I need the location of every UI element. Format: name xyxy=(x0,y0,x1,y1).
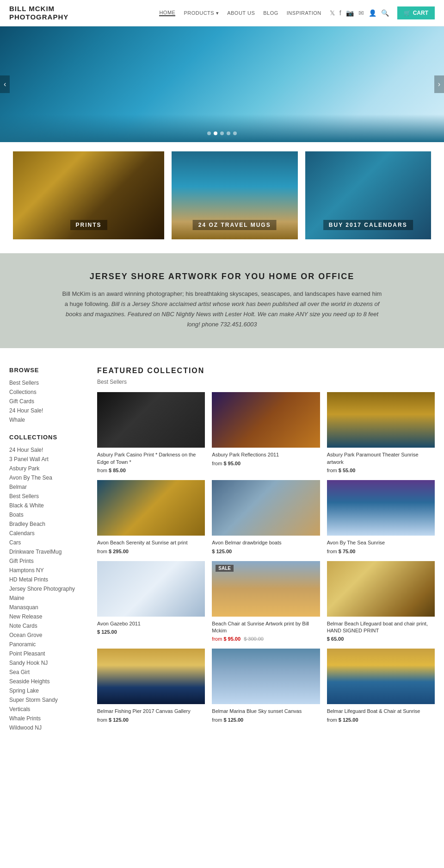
twitter-icon[interactable]: 𝕏 xyxy=(330,9,335,17)
sidebar-coll-sea-girt[interactable]: Sea Girt xyxy=(9,668,88,677)
sidebar-coll-manasquan[interactable]: Manasquan xyxy=(9,603,88,612)
nav: HOME PRODUCTS ▾ ABOUT US BLOG INSPIRATIO… xyxy=(159,6,435,19)
user-icon[interactable]: 👤 xyxy=(369,9,376,17)
product-card-9[interactable]: Belmar Fishing Pier 2017 Canvas Galleryf… xyxy=(97,649,205,722)
product-card-7[interactable]: SALEBeach Chair at Sunrise Artwork print… xyxy=(212,561,320,642)
hero-dots xyxy=(207,131,237,135)
cart-icon: 🛒 xyxy=(404,10,411,16)
promo-item-calendars[interactable]: BUY 2017 CALENDARS xyxy=(305,151,432,239)
sidebar-browse-collections[interactable]: Collections xyxy=(9,387,88,397)
sidebar-coll-bradley-beach[interactable]: Bradley Beach xyxy=(9,519,88,529)
promo-item-prints[interactable]: PRINTS xyxy=(13,151,164,239)
product-name-3: Avon Beach Serenity at Sunrise art print xyxy=(97,539,205,546)
hero-next-button[interactable]: › xyxy=(434,75,444,93)
facebook-icon[interactable]: f xyxy=(339,9,341,17)
sidebar-coll-belmar[interactable]: Belmar xyxy=(9,482,88,492)
product-price-0: from $ 85.00 xyxy=(97,468,205,473)
sidebar-coll-gift-prints[interactable]: Gift Prints xyxy=(9,556,88,566)
product-image-2 xyxy=(327,392,435,448)
product-card-3[interactable]: Avon Beach Serenity at Sunrise art print… xyxy=(97,480,205,554)
product-price-6: $ 125.00 xyxy=(97,629,205,635)
hero-dot-3[interactable] xyxy=(220,131,224,135)
sidebar-coll-hamptons-ny[interactable]: Hamptons NY xyxy=(9,566,88,575)
product-price-9: from $ 125.00 xyxy=(97,717,205,723)
sidebar-browse-gift-cards[interactable]: Gift Cards xyxy=(9,397,88,406)
instagram-icon[interactable]: 📷 xyxy=(346,9,354,17)
sidebar-coll-sandy-hook-nj[interactable]: Sandy Hook NJ xyxy=(9,658,88,668)
product-image-7: SALE xyxy=(212,561,320,617)
sidebar-coll-wildwood-nj[interactable]: Wildwood NJ xyxy=(9,723,88,732)
product-card-8[interactable]: Belmar Beach Lifeguard boat and chair pr… xyxy=(327,561,435,642)
search-icon[interactable]: 🔍 xyxy=(381,9,389,17)
hero-dot-1[interactable] xyxy=(207,131,211,135)
product-card-11[interactable]: Belmar Lifeguard Boat & Chair at Sunrise… xyxy=(327,649,435,722)
product-name-2: Asbury Park Paramount Theater Sunrise ar… xyxy=(327,451,435,466)
sidebar-coll-black-white[interactable]: Black & White xyxy=(9,501,88,510)
product-card-4[interactable]: Avon Belmar drawbridge boats$ 125.00 xyxy=(212,480,320,554)
sidebar-coll-verticals[interactable]: Verticals xyxy=(9,705,88,714)
sidebar-coll-seaside-heights[interactable]: Seaside Heights xyxy=(9,677,88,686)
browse-title: BROWSE xyxy=(9,367,88,374)
nav-about[interactable]: ABOUT US xyxy=(227,10,255,16)
product-image-11 xyxy=(327,649,435,704)
product-card-10[interactable]: Belmar Marina Blue Sky sunset Canvasfrom… xyxy=(212,649,320,722)
nav-home[interactable]: HOME xyxy=(159,10,175,16)
product-card-5[interactable]: Avon By The Sea Sunrisefrom $ 75.00 xyxy=(327,480,435,554)
product-name-8: Belmar Beach Lifeguard boat and chair pr… xyxy=(327,620,435,635)
nav-products[interactable]: PRODUCTS ▾ xyxy=(184,10,219,16)
sidebar-coll-calendars[interactable]: Calendars xyxy=(9,529,88,538)
sidebar-coll-jersey-shore-photography[interactable]: Jersey Shore Photography xyxy=(9,584,88,593)
nav-icons: 𝕏 f 📷 ✉ 👤 🔍 xyxy=(330,9,389,17)
product-card-0[interactable]: Asbury Park Casino Print * Darkness on t… xyxy=(97,392,205,473)
promo-item-mugs[interactable]: 24 OZ TRAVEL MUGS xyxy=(172,151,298,239)
sidebar-coll-panoramic[interactable]: Panoramic xyxy=(9,640,88,649)
product-image-10 xyxy=(212,649,320,704)
product-name-5: Avon By The Sea Sunrise xyxy=(327,539,435,546)
featured-title: FEATURED COLLECTION xyxy=(97,367,435,375)
hero-dot-5[interactable] xyxy=(233,131,237,135)
product-price-7: from $ 95.00 $ 300.00 xyxy=(212,636,320,642)
hero-banner: ‹ › xyxy=(0,26,444,142)
sidebar-coll-whale-prints[interactable]: Whale Prints xyxy=(9,714,88,723)
sidebar-coll-hd-metal-prints[interactable]: HD Metal Prints xyxy=(9,575,88,584)
sidebar-coll-new-release[interactable]: New Release xyxy=(9,612,88,621)
product-card-2[interactable]: Asbury Park Paramount Theater Sunrise ar… xyxy=(327,392,435,473)
sidebar-coll-drinkware-travelmug[interactable]: Drinkware TravelMug xyxy=(9,547,88,556)
product-name-10: Belmar Marina Blue Sky sunset Canvas xyxy=(212,708,320,715)
sidebar-coll-ocean-grove[interactable]: Ocean Grove xyxy=(9,631,88,640)
sale-badge-7: SALE xyxy=(216,565,234,572)
email-icon[interactable]: ✉ xyxy=(358,9,364,17)
sidebar-coll-spring-lake[interactable]: Spring Lake xyxy=(9,686,88,695)
logo[interactable]: BILL MCKIM PHOTOGRAPHY xyxy=(9,5,68,21)
nav-blog[interactable]: BLOG xyxy=(263,10,278,16)
about-section: JERSEY SHORE ARTWORK FOR YOU HOME OR OFF… xyxy=(0,253,444,348)
hero-dot-4[interactable] xyxy=(227,131,230,135)
sidebar-coll-3-panel-wall-art[interactable]: 3 Panel Wall Art xyxy=(9,455,88,464)
product-price-4: $ 125.00 xyxy=(212,549,320,554)
product-name-4: Avon Belmar drawbridge boats xyxy=(212,539,320,546)
sidebar-coll-super-storm-sandy[interactable]: Super Storm Sandy xyxy=(9,695,88,705)
sidebar-coll-avon-by-the-sea[interactable]: Avon By The Sea xyxy=(9,473,88,482)
sidebar-browse-24-hour-sale![interactable]: 24 Hour Sale! xyxy=(9,406,88,415)
sidebar-browse-best-sellers[interactable]: Best Sellers xyxy=(9,378,88,387)
product-price-10: from $ 125.00 xyxy=(212,717,320,723)
sidebar-coll-24-hour-sale![interactable]: 24 Hour Sale! xyxy=(9,445,88,455)
sidebar-browse-whale[interactable]: Whale xyxy=(9,415,88,425)
sidebar-coll-boats[interactable]: Boats xyxy=(9,510,88,519)
nav-inspiration[interactable]: INSPIRATION xyxy=(287,10,321,16)
about-title: JERSEY SHORE ARTWORK FOR YOU HOME OR OFF… xyxy=(37,272,407,281)
sidebar: BROWSE Best SellersCollectionsGift Cards… xyxy=(9,367,88,732)
sidebar-coll-cars[interactable]: Cars xyxy=(9,538,88,547)
product-card-1[interactable]: Asbury Park Reflections 2011from $ 95.00 xyxy=(212,392,320,473)
sidebar-coll-point-pleasant[interactable]: Point Pleasant xyxy=(9,649,88,658)
hero-prev-button[interactable]: ‹ xyxy=(0,75,10,93)
sidebar-coll-asbury-park[interactable]: Asbury Park xyxy=(9,464,88,473)
header: BILL MCKIM PHOTOGRAPHY HOME PRODUCTS ▾ A… xyxy=(0,0,444,26)
cart-button[interactable]: 🛒 CART xyxy=(397,6,435,19)
sidebar-coll-maine[interactable]: Maine xyxy=(9,593,88,603)
hero-dot-2[interactable] xyxy=(214,131,217,135)
sidebar-coll-note-cards[interactable]: Note Cards xyxy=(9,621,88,631)
about-text: Bill McKim is an award winning photograp… xyxy=(60,289,384,330)
product-card-6[interactable]: Avon Gazebo 2011$ 125.00 xyxy=(97,561,205,642)
sidebar-coll-best-sellers[interactable]: Best Sellers xyxy=(9,492,88,501)
